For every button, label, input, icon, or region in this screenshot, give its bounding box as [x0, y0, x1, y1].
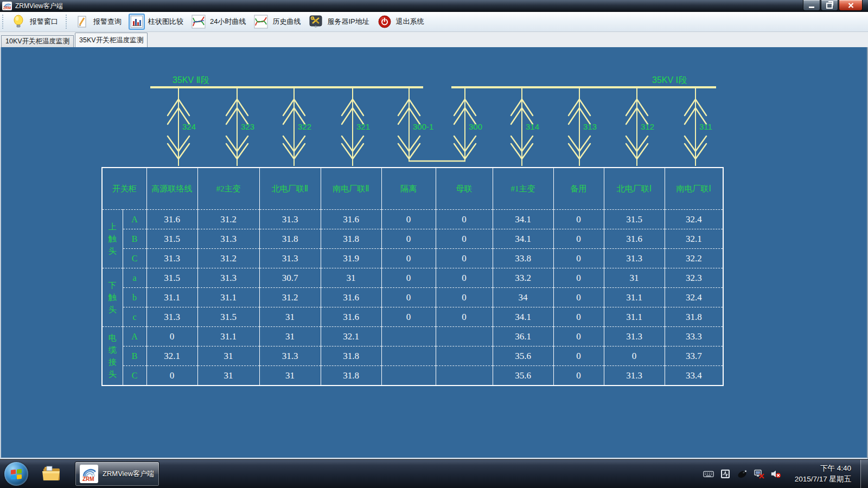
- restore-button[interactable]: [821, 0, 838, 11]
- taskbar: ZRM ZRMView客户端: [0, 459, 868, 488]
- phase-cell: C: [123, 366, 146, 386]
- table-row: 电 缆 接 头A031.13132.136.1031.333.3: [102, 327, 723, 346]
- temperature-cell: 31.3: [259, 249, 321, 268]
- temperature-cell: [381, 366, 436, 386]
- temperature-cell: 31.1: [146, 288, 197, 307]
- taskbar-clock[interactable]: 下午 4:40 2015/7/17 星期五: [795, 463, 851, 485]
- feeder-label: 324: [182, 122, 196, 131]
- phase-cell: B: [123, 229, 146, 249]
- clock-date: 2015/7/17 星期五: [795, 474, 851, 485]
- toolbar-curve-24h-button[interactable]: 24小时曲线: [189, 12, 251, 31]
- tab-35kv-monitor[interactable]: 35KV开关柜温度监测: [75, 33, 148, 47]
- temperature-cell: 0: [553, 346, 604, 366]
- feeder-323: 323: [226, 87, 254, 166]
- temperature-cell: [436, 346, 493, 366]
- temperature-cell: 32.1: [665, 229, 723, 249]
- feeder-314: 314: [511, 87, 539, 166]
- temperature-cell: 31.5: [146, 229, 197, 249]
- history-curve-icon: [253, 14, 269, 30]
- bus-label: 35KV Ⅰ段: [652, 75, 687, 85]
- feeder-label: 312: [641, 122, 654, 131]
- temperature-cell: 0: [381, 307, 436, 327]
- network-disconnected-icon[interactable]: [754, 468, 764, 479]
- tab-label: 35KV开关柜温度监测: [79, 36, 143, 45]
- toolbar-history-curve-button[interactable]: 历史曲线: [251, 12, 306, 31]
- temperature-cell: 31.2: [197, 210, 259, 229]
- svg-text:ZRM: ZRM: [3, 6, 11, 10]
- monitor-activity-icon[interactable]: [720, 468, 731, 479]
- temperature-cell: 31.8: [321, 366, 381, 386]
- temperature-cell: 31.3: [197, 268, 259, 288]
- temperature-cell: 30.7: [259, 268, 321, 288]
- phase-cell: A: [123, 327, 146, 346]
- temperature-cell: 31: [259, 327, 321, 346]
- table-row: B32.13131.331.835.60033.7: [102, 346, 723, 366]
- toolbar-item-label: 服务器IP地址: [327, 17, 369, 27]
- explorer-button[interactable]: [39, 462, 63, 486]
- temperature-cell: 33.2: [493, 268, 553, 288]
- temperature-cell: 33.8: [493, 249, 553, 268]
- temperature-cell: 0: [553, 327, 604, 346]
- toolbar-item-label: 退出系统: [396, 17, 424, 27]
- temperature-cell: 36.1: [493, 327, 553, 346]
- temperature-cell: 32.1: [146, 346, 197, 366]
- minimize-button[interactable]: [803, 0, 820, 11]
- table-row: B31.531.331.831.80034.1031.632.1: [102, 229, 723, 249]
- temperature-cell: 31.8: [259, 229, 321, 249]
- taskbar-app-zrmview[interactable]: ZRM ZRMView客户端: [75, 461, 159, 486]
- temperature-cell: 33.3: [665, 327, 723, 346]
- temperature-cell: 31.9: [321, 249, 381, 268]
- tab-10kv-monitor[interactable]: 10KV开关柜温度监测: [1, 35, 74, 47]
- feeder-321: 321: [342, 87, 370, 166]
- temperature-cell: 31.2: [197, 249, 259, 268]
- feeder-311: 311: [685, 87, 712, 166]
- temperature-cell: 31.3: [146, 307, 197, 327]
- taskbar-app-label: ZRMView客户端: [103, 469, 154, 479]
- exit-power-icon: [376, 14, 393, 30]
- temperature-cell: 0: [553, 210, 604, 229]
- bar-chart-compare-icon: [129, 14, 145, 30]
- temperature-cell: 31.6: [146, 210, 197, 229]
- toolbar-alarm-window-button[interactable]: 报警窗口: [9, 12, 63, 31]
- temperature-cell: 31.5: [146, 268, 197, 288]
- feeder-label: 300-1: [413, 122, 433, 131]
- column-header: 备用: [553, 168, 604, 210]
- temperature-cell: 0: [436, 288, 493, 307]
- feeder-label: 300: [469, 122, 482, 131]
- window-titlebar: ZRM ZRMView客户端: [0, 0, 868, 12]
- phase-cell: a: [123, 268, 146, 288]
- toolbar-item-label: 历史曲线: [272, 17, 301, 27]
- alarm-bulb-icon: [10, 14, 27, 30]
- temperature-cell: 0: [436, 249, 493, 268]
- feeder-label: 311: [699, 122, 712, 131]
- toolbar-alarm-query-button[interactable]: 报警查询: [72, 12, 127, 31]
- temperature-cell: 31.3: [259, 346, 321, 366]
- toolbar-exit-button[interactable]: 退出系统: [375, 12, 430, 31]
- corner-header: 开关柜: [102, 168, 146, 210]
- table-row: 上 触 头A31.631.231.331.60034.1031.532.4: [102, 210, 723, 229]
- alarm-query-pencil-icon: [74, 14, 90, 30]
- toolbar-server-ip-button[interactable]: 服务器IP地址: [306, 12, 374, 31]
- temperature-cell: 31: [321, 268, 381, 288]
- column-header: 母联: [436, 168, 493, 210]
- toolbar-bar-chart-button[interactable]: 柱状图比较: [127, 12, 189, 31]
- minimize-icon: [809, 7, 814, 8]
- close-button[interactable]: [839, 0, 863, 11]
- keyboard-icon[interactable]: [703, 468, 714, 479]
- volume-muted-icon[interactable]: [770, 468, 781, 479]
- temperature-cell: 31.1: [197, 327, 259, 346]
- start-button[interactable]: [4, 462, 28, 486]
- toolbar-item-label: 24小时曲线: [210, 17, 246, 27]
- temperature-cell: 31.8: [321, 346, 381, 366]
- temperature-cell: 34: [493, 288, 553, 307]
- temperature-cell: 31.6: [604, 229, 665, 249]
- explorer-folder-icon: [40, 465, 62, 483]
- pointer-device-icon[interactable]: [737, 468, 748, 479]
- temperature-cell: 31.3: [146, 249, 197, 268]
- show-desktop-button[interactable]: [860, 460, 868, 488]
- temperature-cell: 31.3: [604, 327, 665, 346]
- row-group-label: 电 缆 接 头: [102, 327, 123, 386]
- feeder-label: 322: [298, 122, 311, 131]
- feeder-300: 300: [454, 87, 482, 162]
- bus-label: 35KV Ⅱ段: [173, 75, 209, 85]
